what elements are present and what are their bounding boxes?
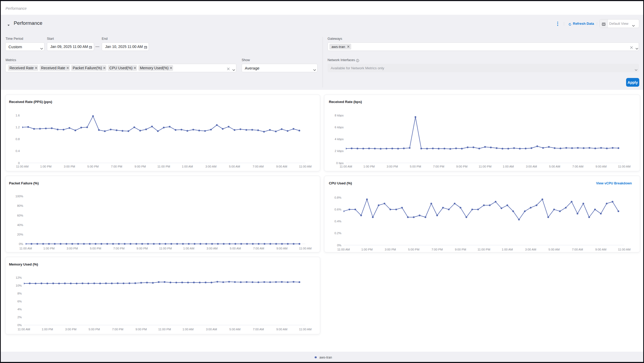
svg-text:1:00 PM: 1:00 PM [40, 165, 52, 168]
svg-text:9:00 PM: 9:00 PM [135, 165, 146, 168]
svg-text:6%: 6% [17, 300, 22, 303]
svg-text:7:00 AM: 7:00 AM [253, 247, 264, 250]
svg-text:0%: 0% [337, 244, 341, 247]
svg-text:3:00 PM: 3:00 PM [64, 165, 75, 168]
svg-text:12%: 12% [16, 276, 22, 279]
svg-text:0.8: 0.8 [16, 138, 20, 141]
svg-text:7:00 AM: 7:00 AM [253, 328, 264, 331]
svg-text:11:00 PM: 11:00 PM [158, 328, 171, 331]
svg-text:3:00 PM: 3:00 PM [387, 165, 398, 168]
svg-text:11:00 AM: 11:00 AM [618, 248, 631, 251]
svg-text:5:00 AM: 5:00 AM [229, 328, 240, 331]
svg-text:80%: 80% [17, 204, 23, 207]
svg-text:0.6%: 0.6% [334, 208, 341, 211]
svg-text:3:00 PM: 3:00 PM [67, 247, 78, 250]
svg-text:5:00 PM: 5:00 PM [90, 247, 101, 250]
svg-text:1:00 PM: 1:00 PM [42, 328, 53, 331]
svg-text:5:00 PM: 5:00 PM [87, 165, 99, 168]
svg-text:7:00 AM: 7:00 AM [572, 248, 583, 251]
svg-text:1.6: 1.6 [16, 114, 20, 117]
svg-text:11:00 AM: 11:00 AM [618, 165, 631, 168]
svg-text:5:00 PM: 5:00 PM [408, 248, 419, 251]
svg-text:1:00 PM: 1:00 PM [363, 165, 375, 168]
svg-text:1:00 AM: 1:00 AM [502, 248, 513, 251]
svg-text:3:00 AM: 3:00 AM [205, 165, 216, 168]
svg-text:6 kbps: 6 kbps [335, 126, 344, 129]
svg-text:11:00 AM: 11:00 AM [299, 165, 312, 168]
svg-text:0: 0 [18, 161, 20, 165]
svg-text:2%: 2% [17, 316, 22, 319]
svg-text:11:00 AM: 11:00 AM [18, 328, 30, 331]
svg-text:5:00 PM: 5:00 PM [410, 165, 421, 168]
svg-text:1:00 AM: 1:00 AM [183, 247, 194, 250]
svg-text:7:00 PM: 7:00 PM [112, 328, 123, 331]
svg-text:9:00 AM: 9:00 AM [276, 165, 287, 168]
svg-text:9:00 PM: 9:00 PM [456, 165, 467, 168]
svg-text:3:00 AM: 3:00 AM [207, 247, 218, 250]
svg-text:4 kbps: 4 kbps [335, 138, 344, 141]
svg-text:0%: 0% [17, 323, 22, 327]
svg-text:11:00 PM: 11:00 PM [157, 165, 170, 168]
svg-text:11:00 AM: 11:00 AM [299, 328, 312, 331]
svg-text:3:00 AM: 3:00 AM [526, 165, 537, 168]
svg-text:0.4%: 0.4% [334, 220, 341, 223]
svg-text:7:00 PM: 7:00 PM [431, 248, 443, 251]
svg-text:1:00 PM: 1:00 PM [43, 247, 55, 250]
svg-text:4%: 4% [17, 308, 22, 311]
svg-text:5:00 AM: 5:00 AM [230, 247, 241, 250]
svg-text:0.2%: 0.2% [334, 232, 341, 235]
svg-text:60%: 60% [17, 214, 23, 217]
svg-text:9:00 PM: 9:00 PM [455, 248, 466, 251]
svg-text:3:00 AM: 3:00 AM [525, 248, 536, 251]
svg-text:3:00 AM: 3:00 AM [206, 328, 217, 331]
svg-text:7:00 AM: 7:00 AM [252, 165, 264, 168]
svg-text:0 bps: 0 bps [336, 161, 344, 165]
svg-text:9:00 AM: 9:00 AM [276, 247, 287, 250]
svg-text:9:00 AM: 9:00 AM [276, 328, 287, 331]
svg-text:1:00 PM: 1:00 PM [361, 248, 373, 251]
svg-text:2 kbps: 2 kbps [335, 149, 344, 153]
svg-text:9:00 PM: 9:00 PM [136, 247, 148, 250]
svg-text:1:00 AM: 1:00 AM [182, 328, 193, 331]
svg-text:11:00 PM: 11:00 PM [159, 247, 172, 250]
svg-text:40%: 40% [17, 223, 23, 227]
svg-text:7:00 PM: 7:00 PM [111, 165, 122, 168]
svg-text:11:00 AM: 11:00 AM [16, 165, 29, 168]
svg-text:8 kbps: 8 kbps [335, 114, 344, 117]
svg-text:5:00 AM: 5:00 AM [229, 165, 240, 168]
svg-text:11:00 AM: 11:00 AM [340, 165, 352, 168]
svg-text:0%: 0% [19, 242, 23, 246]
svg-text:5:00 AM: 5:00 AM [549, 248, 560, 251]
svg-text:3:00 PM: 3:00 PM [65, 328, 76, 331]
svg-text:20%: 20% [17, 233, 23, 236]
svg-text:11:00 AM: 11:00 AM [337, 248, 350, 251]
svg-text:11:00 AM: 11:00 AM [299, 247, 312, 250]
svg-text:9:00 PM: 9:00 PM [135, 328, 147, 331]
svg-text:10%: 10% [16, 284, 22, 287]
svg-text:5:00 AM: 5:00 AM [549, 165, 560, 168]
svg-text:7:00 PM: 7:00 PM [433, 165, 444, 168]
svg-text:11:00 PM: 11:00 PM [479, 165, 491, 168]
svg-text:9:00 AM: 9:00 AM [596, 165, 607, 168]
svg-text:1:00 AM: 1:00 AM [503, 165, 514, 168]
svg-text:7:00 AM: 7:00 AM [572, 165, 583, 168]
svg-text:8%: 8% [17, 292, 22, 295]
svg-text:1:00 AM: 1:00 AM [182, 165, 193, 168]
svg-text:9:00 AM: 9:00 AM [595, 248, 606, 251]
svg-text:1.2: 1.2 [16, 126, 20, 129]
svg-text:0.8%: 0.8% [334, 196, 341, 199]
svg-text:100%: 100% [16, 195, 23, 198]
svg-text:5:00 PM: 5:00 PM [89, 328, 100, 331]
svg-text:7:00 PM: 7:00 PM [113, 247, 125, 250]
svg-text:3:00 PM: 3:00 PM [385, 248, 396, 251]
svg-text:0.4: 0.4 [16, 149, 20, 153]
svg-text:11:00 AM: 11:00 AM [19, 247, 32, 250]
svg-text:11:00 PM: 11:00 PM [477, 248, 490, 251]
